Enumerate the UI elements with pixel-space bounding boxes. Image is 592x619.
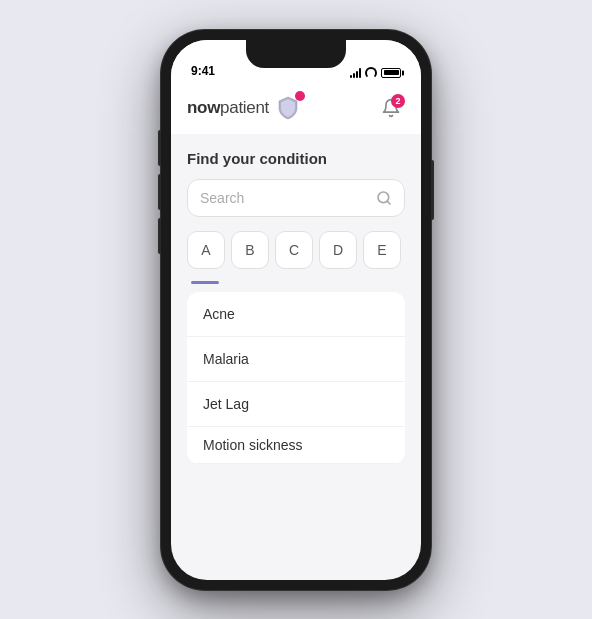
notch bbox=[246, 40, 346, 68]
logo-bold: now bbox=[187, 98, 220, 117]
phone-screen: 9:41 nowpatient bbox=[171, 40, 421, 580]
signal-icon bbox=[350, 68, 361, 78]
svg-line-1 bbox=[387, 201, 390, 204]
status-time: 9:41 bbox=[191, 64, 215, 78]
logo-normal: patient bbox=[220, 98, 269, 117]
active-tab-indicator bbox=[191, 281, 219, 284]
phone-frame: 9:41 nowpatient bbox=[161, 30, 431, 590]
search-placeholder: Search bbox=[200, 190, 376, 206]
logo-text: nowpatient bbox=[187, 98, 269, 118]
find-condition-title: Find your condition bbox=[187, 150, 405, 167]
condition-list: Acne Malaria Jet Lag Motion sickness bbox=[187, 292, 405, 464]
status-icons bbox=[350, 68, 401, 78]
battery-icon bbox=[381, 68, 401, 78]
notification-badge: 2 bbox=[391, 94, 405, 108]
app-header: nowpatient 2 bbox=[171, 84, 421, 134]
notification-bell[interactable]: 2 bbox=[377, 94, 405, 122]
condition-item-malaria[interactable]: Malaria bbox=[187, 337, 405, 382]
condition-item-jetlag[interactable]: Jet Lag bbox=[187, 382, 405, 427]
logo-pink-dot bbox=[295, 91, 305, 101]
status-bar: 9:41 bbox=[171, 40, 421, 84]
condition-item-acne[interactable]: Acne bbox=[187, 292, 405, 337]
app-content: Find your condition Search A B C D E bbox=[171, 134, 421, 480]
letter-filter-d[interactable]: D bbox=[319, 231, 357, 269]
letter-filter-b[interactable]: B bbox=[231, 231, 269, 269]
wifi-icon bbox=[365, 68, 377, 78]
condition-item-motionsickness[interactable]: Motion sickness bbox=[187, 427, 405, 464]
search-bar[interactable]: Search bbox=[187, 179, 405, 217]
logo-container: nowpatient bbox=[187, 95, 301, 121]
letter-filters: A B C D E bbox=[187, 231, 405, 269]
logo-shield bbox=[275, 95, 301, 121]
letter-filter-e[interactable]: E bbox=[363, 231, 401, 269]
battery-fill bbox=[384, 70, 399, 75]
letter-filter-a[interactable]: A bbox=[187, 231, 225, 269]
letter-filter-c[interactable]: C bbox=[275, 231, 313, 269]
search-icon bbox=[376, 190, 392, 206]
